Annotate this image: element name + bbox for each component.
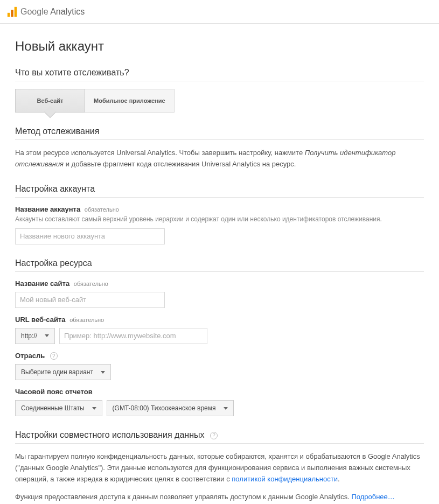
svg-rect-2 xyxy=(15,6,17,16)
learn-more-link[interactable]: Подробнее… xyxy=(351,493,394,501)
account-name-required: обязательно xyxy=(85,206,119,213)
svg-marker-4 xyxy=(101,371,105,374)
svg-marker-6 xyxy=(224,407,228,410)
timezone-value: (GMT-08:00) Тихоокеанское время xyxy=(113,404,216,412)
svg-rect-1 xyxy=(11,10,13,17)
account-name-label: Название аккаунта xyxy=(15,205,80,213)
timezone-select[interactable]: (GMT-08:00) Тихоокеанское время xyxy=(107,400,234,416)
logo: Google Analytics xyxy=(6,6,85,18)
data-sharing-intro: Мы гарантируем полную конфиденциальность… xyxy=(15,451,424,485)
url-required: обязательно xyxy=(69,317,104,323)
url-label: URL веб-сайта xyxy=(15,316,66,324)
account-name-field: Название аккаунта обязательно Аккаунты с… xyxy=(15,205,424,244)
caret-down-icon xyxy=(101,371,105,374)
site-name-label: Название сайта xyxy=(15,279,69,288)
industry-select[interactable]: Выберите один вариант xyxy=(15,364,111,380)
account-setup-heading: Настройка аккаунта xyxy=(15,184,424,198)
svg-marker-5 xyxy=(92,407,96,410)
svg-rect-0 xyxy=(8,12,10,16)
caret-down-icon xyxy=(92,407,96,410)
data-sharing-heading: Настройки совместного использования данн… xyxy=(15,430,424,444)
account-name-help: Аккаунты составляют самый верхний уровен… xyxy=(15,214,424,224)
timezone-country-value: Соединенные Штаты xyxy=(21,404,85,412)
tracking-method-text: На этом ресурсе используется Universal A… xyxy=(15,148,424,170)
tab-mobile-app[interactable]: Мобильное приложение xyxy=(85,89,175,113)
tracking-method-heading: Метод отслеживания xyxy=(15,127,424,140)
main-content: Новый аккаунт Что вы хотите отслеживать?… xyxy=(0,24,439,504)
data-sharing-access: Функция предоставления доступа к данным … xyxy=(15,492,424,503)
tab-active-indicator-icon xyxy=(44,106,57,118)
caret-down-icon xyxy=(45,334,49,337)
page-title: Новый аккаунт xyxy=(15,39,424,54)
analytics-logo-icon xyxy=(6,6,18,18)
industry-field: Отрасль ? Выберите один вариант xyxy=(15,352,424,381)
svg-marker-3 xyxy=(45,334,49,337)
logo-text: Google Analytics xyxy=(20,7,85,17)
tracking-type-tabs: Веб-сайт Мобильное приложение xyxy=(15,89,424,113)
site-name-input[interactable] xyxy=(15,292,165,308)
tab-website-label: Веб-сайт xyxy=(37,97,64,104)
url-input[interactable] xyxy=(59,328,207,344)
caret-down-icon xyxy=(224,407,228,410)
privacy-policy-link[interactable]: политикой конфиденциальности xyxy=(232,475,338,483)
industry-label: Отрасль xyxy=(15,352,45,360)
timezone-country-select[interactable]: Соединенные Штаты xyxy=(15,400,102,416)
site-name-required: обязательно xyxy=(74,281,108,287)
help-icon[interactable]: ? xyxy=(50,352,58,360)
timezone-label: Часовой пояс отчетов xyxy=(15,388,93,396)
url-field: URL веб-сайта обязательно http:// xyxy=(15,316,424,344)
protocol-select[interactable]: http:// xyxy=(15,328,55,344)
property-setup-heading: Настройка ресурса xyxy=(15,258,424,272)
tab-mobile-label: Мобильное приложение xyxy=(94,97,165,104)
protocol-value: http:// xyxy=(21,332,37,340)
help-icon[interactable]: ? xyxy=(210,432,218,439)
app-header: Google Analytics xyxy=(0,0,439,24)
industry-value: Выберите один вариант xyxy=(21,368,93,376)
tab-website[interactable]: Веб-сайт xyxy=(15,89,85,113)
site-name-field: Название сайта обязательно xyxy=(15,279,424,308)
track-what-heading: Что вы хотите отслеживать? xyxy=(15,68,424,81)
timezone-field: Часовой пояс отчетов Соединенные Штаты (… xyxy=(15,388,424,416)
account-name-input[interactable] xyxy=(15,228,165,244)
